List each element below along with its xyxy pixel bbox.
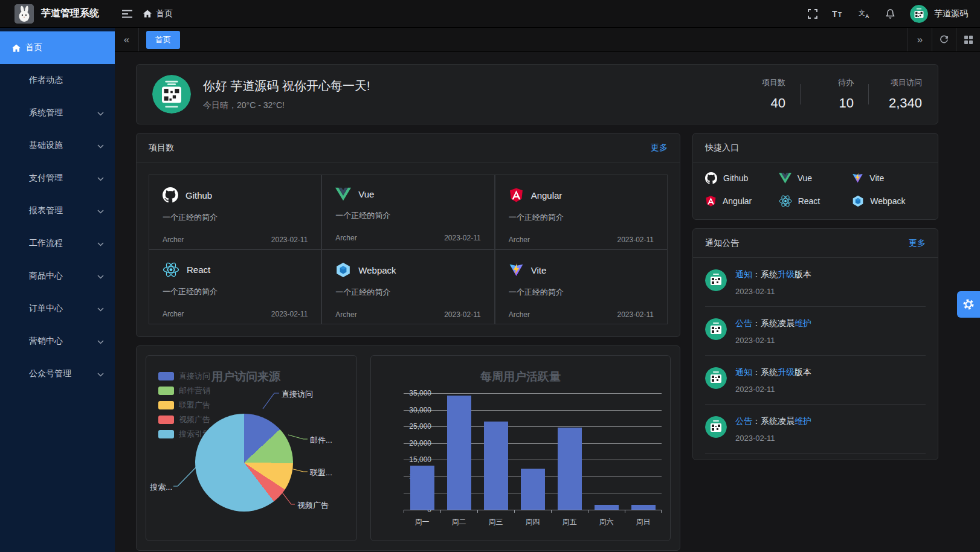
legend-item[interactable]: 视频广告	[158, 412, 210, 427]
project-date: 2023-02-11	[444, 310, 481, 319]
notice-highlight: 升级	[778, 269, 795, 279]
sidebar-item-author-news[interactable]: 作者动态	[0, 64, 115, 97]
quick-label: React	[798, 196, 820, 206]
translate-icon[interactable]: 文A	[859, 8, 871, 19]
project-card-webpack[interactable]: Webpack 一个正经的简介 Archer 2023-02-11	[321, 249, 494, 324]
notice-more-link[interactable]: 更多	[909, 238, 926, 249]
bar-sat[interactable]	[595, 505, 619, 510]
project-date: 2023-02-11	[444, 234, 481, 242]
layout-grid-icon[interactable]	[956, 28, 980, 51]
notification-bell-icon[interactable]	[885, 8, 895, 19]
notice-date: 2023-02-11	[735, 434, 811, 443]
project-card-react[interactable]: React 一个正经的简介 Archer 2023-02-11	[149, 249, 321, 324]
legend-item[interactable]: 联盟广告	[158, 398, 210, 412]
notice-avatar	[705, 269, 727, 291]
greeting-avatar	[152, 75, 191, 114]
chevron-down-icon	[97, 239, 104, 248]
svg-text:T: T	[832, 9, 837, 19]
quick-angular[interactable]: Angular	[705, 195, 779, 207]
sidebar-item-payment[interactable]: 支付管理	[0, 162, 115, 194]
tabs-scroll-left-icon[interactable]: «	[115, 28, 139, 51]
quick-vite[interactable]: Vite	[852, 172, 926, 184]
notice-item[interactable]: 通知：系统升级版本 2023-02-11	[705, 258, 926, 307]
quick-webpack[interactable]: Webpack	[852, 195, 926, 207]
font-size-icon[interactable]: TT	[832, 9, 844, 19]
quick-react[interactable]: React	[779, 195, 853, 207]
notice-avatar	[705, 416, 727, 438]
tabs-scroll-right-icon[interactable]: »	[907, 28, 932, 51]
user-menu[interactable]: 芋道源码	[910, 5, 968, 23]
notice-item[interactable]: 公告：系统凌晨维护 2023-02-11	[705, 405, 926, 454]
bar-tue[interactable]	[447, 396, 471, 510]
project-card-vue[interactable]: Vue 一个正经的简介 Archer 2023-02-11	[321, 175, 494, 249]
sidebar-item-wechat[interactable]: 公众号管理	[0, 358, 115, 390]
quick-github[interactable]: Github	[705, 172, 779, 184]
project-name: Vite	[531, 265, 547, 275]
greeting-card: 你好 芋道源码 祝你开心每一天! 今日晴，20°C - 32°C! 项目数 40…	[136, 64, 938, 124]
bar-fri[interactable]	[558, 428, 582, 510]
settings-fab[interactable]	[957, 291, 980, 318]
sidebar-item-infra[interactable]: 基础设施	[0, 129, 115, 162]
bar-mon[interactable]	[410, 466, 434, 510]
vue-icon	[779, 173, 791, 184]
notice-highlight: 维护	[795, 416, 811, 426]
quick-label: Webpack	[870, 196, 905, 206]
sidebar-item-marketing[interactable]: 营销中心	[0, 325, 115, 358]
notice-item[interactable]: 通知：系统升级版本 2023-02-11	[705, 356, 926, 405]
x-axis-tick: 周一	[404, 517, 440, 527]
tab-home[interactable]: 首页	[146, 31, 180, 49]
pie-circle[interactable]	[195, 414, 293, 512]
projects-more-link[interactable]: 更多	[651, 143, 668, 153]
sidebar-item-label: 报表管理	[29, 205, 63, 216]
notice-text: 版本	[795, 367, 811, 377]
x-axis-tick: 周五	[551, 517, 588, 527]
angular-icon	[705, 195, 717, 207]
breadcrumb[interactable]: 首页	[143, 8, 173, 19]
project-author: Archer	[509, 236, 530, 244]
notice-date: 2023-02-11	[735, 336, 811, 345]
project-author: Archer	[335, 234, 356, 242]
notice-item[interactable]: 公告：系统凌晨维护 2023-02-11	[705, 307, 926, 356]
sidebar-item-workflow[interactable]: 工作流程	[0, 227, 115, 260]
notice-card: 通知公告 更多 通知：系统升级版本 2023-02-11	[692, 228, 938, 460]
legend-item[interactable]: 直接访问	[158, 369, 210, 384]
quick-vue[interactable]: Vue	[779, 172, 853, 184]
sidebar-item-product[interactable]: 商品中心	[0, 260, 115, 292]
stat-todo: 待办 10	[815, 77, 854, 111]
greeting-title: 你好 芋道源码 祝你开心每一天!	[203, 78, 370, 94]
quick-entry-title: 快捷入口	[705, 143, 739, 153]
project-desc: 一个正经的简介	[163, 286, 308, 297]
chevron-down-icon	[97, 369, 104, 379]
quick-label: Vue	[798, 173, 812, 183]
project-name: React	[187, 265, 210, 275]
notice-sep: ：	[752, 269, 761, 279]
sidebar-item-home[interactable]: 首页	[0, 31, 115, 64]
legend-item[interactable]: 邮件营销	[158, 384, 210, 398]
sidebar-item-report[interactable]: 报表管理	[0, 194, 115, 227]
fullscreen-icon[interactable]	[808, 9, 817, 19]
project-card-angular[interactable]: Angular 一个正经的简介 Archer 2023-02-11	[495, 175, 668, 249]
project-card-github[interactable]: Github 一个正经的简介 Archer 2023-02-11	[149, 175, 321, 249]
stat-value: 40	[747, 95, 785, 111]
bar-plot-area: 35,000 30,000 25,000 20,000 15,000 10,00…	[404, 393, 662, 510]
divider	[800, 84, 801, 104]
pie-legend: 直接访问 邮件营销 联盟广告 视频广告 搜索引擎	[158, 369, 210, 441]
project-card-vite[interactable]: Vite 一个正经的简介 Archer 2023-02-11	[495, 249, 668, 324]
refresh-icon[interactable]	[932, 28, 956, 51]
project-date: 2023-02-11	[617, 236, 654, 244]
sidebar-item-order[interactable]: 订单中心	[0, 292, 115, 325]
bar-wed[interactable]	[484, 422, 508, 510]
quick-label: Angular	[723, 196, 752, 206]
notice-card-title: 通知公告	[705, 238, 739, 249]
project-name: Angular	[531, 190, 563, 201]
user-name: 芋道源码	[934, 8, 968, 19]
project-date: 2023-02-11	[271, 236, 308, 244]
bar-sun[interactable]	[631, 505, 656, 510]
sidebar-item-system[interactable]: 系统管理	[0, 97, 115, 129]
bar-thu[interactable]	[521, 469, 545, 510]
chevron-down-icon	[97, 173, 104, 183]
notice-tag: 通知	[735, 269, 752, 279]
projects-grid: Github 一个正经的简介 Archer 2023-02-11	[149, 175, 668, 324]
legend-label: 联盟广告	[179, 400, 210, 411]
sidebar-fold-icon[interactable]	[122, 10, 132, 18]
